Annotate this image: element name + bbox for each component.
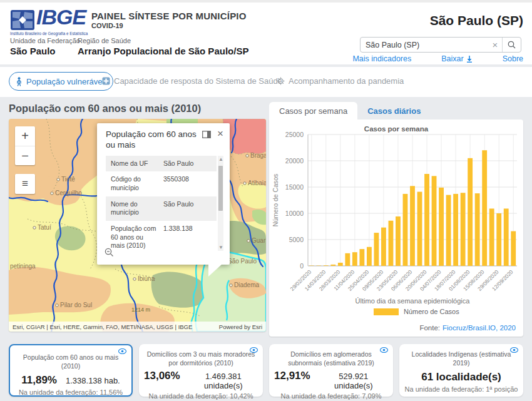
- card-footer: Na unidade da federação: 7,09%: [274, 392, 388, 400]
- panel-subtitle: COVID-19: [91, 22, 123, 29]
- card-absolute: 61 localidade(s): [421, 371, 501, 383]
- y-tick-label: 0: [300, 262, 304, 270]
- map-place-marker: [133, 278, 136, 280]
- popup-close-icon[interactable]: ×: [217, 129, 223, 151]
- map-place-marker: [33, 226, 36, 229]
- bar: [496, 213, 501, 266]
- eye-icon[interactable]: [250, 347, 258, 353]
- bar: [352, 252, 357, 266]
- bar: [396, 216, 401, 266]
- eye-icon[interactable]: [380, 347, 388, 353]
- tab-capacidade-resposta[interactable]: Capacidade de resposta do Sistema de Saú…: [102, 76, 282, 86]
- bar-chart: 050001000015000200002500029/02/202014/03…: [270, 131, 522, 318]
- map-place-label: Ibiúna: [138, 275, 155, 282]
- map-place-label: Atibaia: [248, 180, 266, 186]
- card-footer: Na unidade da federação: 1ª posição: [404, 385, 518, 393]
- y-tick-label: 25000: [285, 131, 304, 138]
- header: IBGE Instituto Brasileiro de Geografia e…: [0, 0, 532, 64]
- map-place-label: Diadema: [234, 282, 259, 288]
- region-label: Região de Saúde: [78, 37, 248, 44]
- bar: [504, 208, 509, 266]
- scroll-up-icon[interactable]: ▲: [218, 157, 223, 161]
- bar: [511, 231, 516, 266]
- scrollbar-thumb[interactable]: [218, 166, 223, 211]
- card-populacao-60[interactable]: População com 60 anos ou mais (2010) 11,…: [9, 344, 133, 397]
- bar: [338, 263, 343, 266]
- bar: [324, 265, 329, 266]
- card-title: Localidades Indígenas (estimativa 2019): [404, 350, 518, 367]
- popup-dock-icon[interactable]: [202, 129, 211, 151]
- search-clear-icon[interactable]: ×: [488, 39, 502, 50]
- chart-tabs: Casos por semana Casos diários: [269, 102, 431, 121]
- tab-casos-diarios[interactable]: Casos diários: [357, 102, 431, 121]
- bar: [367, 247, 372, 266]
- tab-populacao-vulneravel[interactable]: População vulnerável: [9, 72, 113, 91]
- scroll-down-icon[interactable]: ▼: [218, 245, 223, 250]
- eye-icon[interactable]: [510, 347, 518, 353]
- bar: [403, 194, 408, 266]
- nav-tabs-row: População vulnerável Capacidade de respo…: [0, 67, 532, 97]
- bar: [330, 265, 335, 266]
- map-place-label: São Paulo: [228, 258, 257, 265]
- region-block: Região de Saúde Arranjo Populacional de …: [78, 37, 248, 56]
- map-zoom-out-button[interactable]: −: [15, 146, 35, 165]
- tab-casos-por-semana[interactable]: Casos por semana: [269, 102, 357, 121]
- map-layers-button[interactable]: ≡: [15, 174, 35, 194]
- more-indicators-link[interactable]: Mais indicadores: [352, 54, 411, 63]
- ibge-logo: IBGE Instituto Brasileiro de Geografia e…: [10, 8, 86, 31]
- download-link[interactable]: Baixar: [441, 54, 472, 63]
- card-footer: Na unidade da federação: 11,56%: [15, 388, 126, 396]
- y-tick-label: 15000: [285, 183, 304, 191]
- map-controls: + − ≡: [15, 126, 35, 194]
- popup-title: População com 60 anos ou mais: [106, 129, 202, 151]
- card-absolute: 529.921 unidade(s): [319, 372, 388, 390]
- map-place-label: petininga: [10, 263, 36, 270]
- map-place-marker: [246, 155, 248, 157]
- eye-icon[interactable]: [118, 348, 126, 354]
- source-link[interactable]: Fiocruz/Brasil.IO, 2020: [442, 324, 516, 332]
- download-icon: [466, 56, 473, 63]
- legend-label: Número de Casos: [404, 308, 459, 315]
- card-aglomerados-subnormais[interactable]: Domicílios em aglomerados subnormais (es…: [269, 344, 393, 397]
- tab-acompanhamento-pandemia[interactable]: Acompanhamento da pandemia: [277, 76, 404, 86]
- health-plus-icon: [102, 77, 110, 85]
- search-button[interactable]: [502, 38, 521, 52]
- card-localidades-indigenas[interactable]: Localidades Indígenas (estimativa 2019) …: [399, 344, 523, 397]
- card-percentage: 11,89%: [21, 374, 57, 387]
- y-tick-label: 5000: [289, 236, 304, 243]
- y-axis-label: Número de Casos: [272, 174, 279, 227]
- card-absolute: 1.338.138 hab.: [66, 376, 120, 385]
- bar: [439, 188, 444, 266]
- map-place-marker: [247, 240, 250, 242]
- chart-card: Casos por semana 05000100001500020000250…: [269, 119, 523, 337]
- virus-icon: [277, 77, 285, 85]
- uf-label: Unidade da Federação: [10, 37, 80, 44]
- bar: [468, 158, 473, 266]
- map-place-marker: [56, 304, 58, 307]
- popup-attribute-table: Nome da UFSão PauloCódigo do município35…: [106, 156, 217, 251]
- map-attribution-text: Esri, CGIAR | Esri, HERE, Garmin, FAO, M…: [13, 323, 192, 330]
- map-scale-text: 1214 m: [131, 307, 150, 313]
- uf-value: São Paulo: [10, 46, 80, 56]
- ibge-logo-subtitle: Instituto Brasileiro de Geografia e Esta…: [10, 31, 88, 36]
- card-domicilios-moradores[interactable]: Domicílios com 3 ou mais moradores por d…: [139, 344, 263, 397]
- powered-by-esri: Powered by Esri: [219, 323, 262, 330]
- bar: [446, 195, 451, 266]
- about-link[interactable]: Sobre: [503, 54, 523, 63]
- map-place-label: Pilar do Sul: [60, 302, 92, 308]
- popup-zoom-icon[interactable]: [105, 248, 114, 260]
- panel-title: PAINEL SÍNTESE POR MUNICÍPIO: [91, 11, 247, 21]
- map-place-marker: [51, 192, 53, 195]
- popup-scrollbar[interactable]: ▲ ▼: [218, 156, 223, 251]
- header-links: Mais indicadores Baixar Sobre: [352, 54, 523, 63]
- search-input[interactable]: [361, 41, 488, 49]
- card-title: População com 60 anos ou mais (2010): [15, 353, 126, 370]
- card-percentage: 13,06%: [144, 370, 180, 382]
- bar: [424, 174, 429, 266]
- popup-table-row: Código do município3550308: [106, 171, 217, 196]
- map-popup: População com 60 anos ou mais × Nome da …: [97, 123, 230, 265]
- map[interactable]: TietêCerquilhoTatuípetiningaPilar do Sul…: [9, 119, 266, 332]
- popup-table-row: População com 60 anos ou mais (2010)1.33…: [106, 221, 217, 251]
- map-zoom-in-button[interactable]: +: [15, 126, 35, 146]
- bar: [417, 192, 422, 266]
